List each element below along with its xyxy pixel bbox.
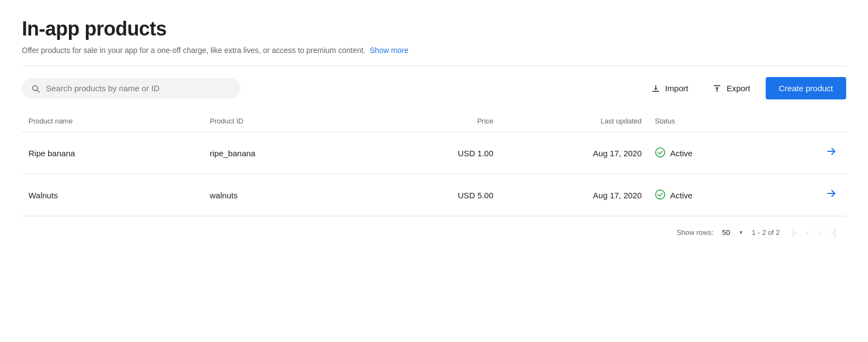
col-header-action [780,113,846,132]
table-row: Ripe banana ripe_banana USD 1.00 Aug 17,… [22,132,846,174]
cell-updated-1: Aug 17, 2020 [500,174,648,216]
import-button[interactable]: Import [642,78,697,99]
toolbar: Import Export Create product [22,77,846,99]
next-page-button[interactable]: › [815,225,825,239]
table-header-row: Product name Product ID Price Last updat… [22,113,846,132]
status-badge: Active [655,189,773,202]
page-title: In-app products [22,17,846,40]
search-box[interactable] [22,78,241,99]
col-header-updated: Last updated [500,113,648,132]
check-icon [655,189,666,202]
first-page-button[interactable]: |‹ [789,225,801,239]
col-header-status: Status [648,113,780,132]
rows-dropdown[interactable]: 102550100 [722,228,743,237]
cell-id-0: ripe_banana [203,132,385,174]
col-header-id: Product ID [203,113,385,132]
cell-status-0: Active [648,132,780,174]
page-subtitle: Offer products for sale in your app for … [22,46,846,55]
cell-price-0: USD 1.00 [385,132,500,174]
svg-point-0 [656,148,665,157]
export-button[interactable]: Export [703,78,759,99]
import-icon [651,84,661,93]
search-input[interactable] [46,84,232,93]
cell-name-0: Ripe banana [22,132,203,174]
cell-price-1: USD 5.00 [385,174,500,216]
create-product-button[interactable]: Create product [766,77,846,99]
check-icon [655,147,666,160]
row-detail-button-0[interactable] [821,143,842,163]
divider [22,66,846,66]
table-body: Ripe banana ripe_banana USD 1.00 Aug 17,… [22,132,846,216]
show-more-link[interactable]: Show more [370,46,409,55]
cell-status-1: Active [648,174,780,216]
col-header-name: Product name [22,113,203,132]
export-icon [712,84,722,93]
table-row: Walnuts walnuts USD 5.00 Aug 17, 2020 Ac… [22,174,846,216]
rows-per-page-selector[interactable]: 102550100 [722,228,743,237]
cell-id-1: walnuts [203,174,385,216]
col-header-price: Price [385,113,500,132]
pagination-controls: |‹ ‹ › ›| [789,225,840,239]
show-rows-label: Show rows: [677,228,713,237]
cell-updated-0: Aug 17, 2020 [500,132,648,174]
last-page-button[interactable]: ›| [827,225,840,239]
table-footer: Show rows: 102550100 1 - 2 of 2 |‹ ‹ › ›… [22,216,846,241]
search-icon [31,84,40,93]
products-table: Product name Product ID Price Last updat… [22,113,846,216]
pagination-info: 1 - 2 of 2 [752,228,779,237]
prev-page-button[interactable]: ‹ [803,225,813,239]
svg-point-1 [656,190,665,199]
status-badge: Active [655,147,773,160]
cell-action-0[interactable] [780,132,846,174]
cell-name-1: Walnuts [22,174,203,216]
cell-action-1[interactable] [780,174,846,216]
row-detail-button-1[interactable] [821,185,842,205]
page-container: In-app products Offer products for sale … [0,0,868,255]
